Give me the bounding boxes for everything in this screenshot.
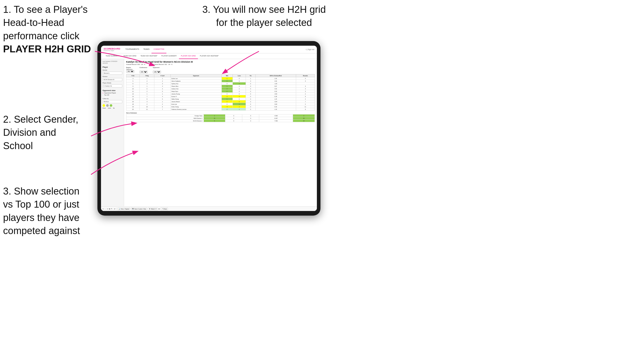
list-item: 2: [293, 114, 315, 117]
table-row: 20: [126, 108, 140, 111]
colour-legend-circles: [103, 104, 122, 107]
filter-region-select[interactable]: (All): [126, 70, 134, 73]
table-row: 0: [233, 88, 246, 90]
table-row: 19: [126, 105, 140, 108]
table-row: Alexis Sudjianto: [170, 80, 222, 82]
sub-nav-player-summary[interactable]: PLAYER SUMMARY: [159, 53, 179, 59]
table-row: Jessica Huang: [170, 93, 222, 95]
table-row: Eunice Yi: [170, 95, 222, 98]
toolbar-view-original[interactable]: 📊 View: Original: [124, 208, 130, 210]
table-row: 10: [126, 88, 140, 90]
filter-conference-label: Conference: [139, 67, 148, 68]
toolbar-watch[interactable]: 👁 Watch ▼: [148, 208, 158, 210]
table-row: 1: [222, 77, 233, 80]
th-diff: Diff Av Strokes/Rnd: [255, 74, 296, 77]
table-row: 0: [246, 108, 255, 111]
table-row: 1: [246, 77, 255, 80]
th-div: # Div: [126, 74, 140, 77]
instruction-1-bold: PLAYER H2H GRID: [3, 44, 91, 54]
toolbar-save-custom[interactable]: 💾 Save Custom View: [131, 208, 147, 210]
sub-navbar: TEAM SUMMARY TEAM H2H GRID TEAM H2H HEAT…: [101, 53, 317, 59]
sub-nav-team-summary[interactable]: TEAM SUMMARY: [104, 53, 121, 59]
table-row: 4: [296, 88, 315, 90]
table-row: 16: [126, 100, 140, 103]
table-row: 1: [154, 77, 170, 80]
list-item: 4.500: [259, 114, 293, 117]
list-item: 0: [225, 114, 242, 117]
table-row: 6: [126, 82, 140, 85]
table-row: 1: [222, 90, 233, 93]
table-row: 1: [140, 93, 154, 95]
table-row: 0: [233, 93, 246, 95]
table-row: 1: [140, 85, 154, 88]
instruction-2: 2. Select Gender, Division and School: [3, 113, 90, 152]
table-row: 0: [246, 80, 255, 82]
table-row: Sydney Kuo: [170, 82, 222, 85]
table-row: 2: [140, 90, 154, 93]
sidebar-colour-section: Colour by Win/loss Down Level Up: [103, 98, 122, 109]
table-row: Emily Chang: [170, 105, 222, 108]
sidebar-radio-opponents[interactable]: ● Opponents Played: [103, 92, 122, 94]
out-of-division-label: Out of division: [126, 112, 315, 114]
sub-nav-team-h2h-heatmap[interactable]: TEAM H2H HEATMAP: [138, 53, 159, 59]
table-row: 3: [296, 85, 315, 88]
table-row: 0: [233, 90, 246, 93]
table-row: 0: [233, 85, 246, 88]
toolbar-export[interactable]: ⊡: [158, 208, 160, 210]
table-row: 1: [233, 82, 246, 85]
app-nav-items: TOURNAMENTS TEAMS COMMITTEE: [123, 46, 166, 53]
table-row: 14: [126, 95, 140, 98]
table-row: 2: [222, 88, 233, 90]
sub-nav-player-h2h-heatmap[interactable]: PLAYER H2H HEATMAP: [198, 53, 221, 59]
table-row: -3.00: [255, 93, 296, 95]
nav-sign-out[interactable]: i | Sign out: [306, 49, 314, 50]
table-row: -1.00: [255, 82, 296, 85]
filter-conference-select[interactable]: (All): [139, 71, 148, 73]
filter-opponent-select[interactable]: (All): [153, 71, 161, 73]
h2h-table: # Div # Reg # Conf Opponent Win Loss Tie…: [126, 74, 315, 111]
table-row: 2: [154, 80, 170, 82]
table-row: 4: [296, 98, 315, 100]
nav-tournaments[interactable]: TOURNAMENTS: [123, 46, 141, 53]
list-item: NAIA Division 1: [126, 117, 204, 120]
list-item: NCAA Division 2: [126, 120, 204, 122]
table-row: 9: [126, 85, 140, 88]
sidebar-player-rank-label: Player (Rank): [103, 82, 122, 84]
table-row: 0: [246, 82, 255, 85]
sidebar-player-rank-dropdown[interactable]: 8. Katelyn Vo: [103, 84, 122, 88]
list-item: 0: [225, 120, 242, 122]
tablet-frame: SCOREBOARD Powered by clippd TOURNAMENTS…: [97, 41, 320, 216]
list-item: 0: [225, 117, 242, 120]
instruction-1-text: 1. To see a Player's Head-to-Head perfor…: [3, 4, 88, 41]
table-row: Heejo Hyun: [170, 90, 222, 93]
table-row: 5: [154, 90, 170, 93]
table-row: 1: [140, 77, 154, 80]
table-row: 1: [154, 93, 170, 95]
sub-nav-team-h2h-grid[interactable]: TEAM H2H GRID: [121, 53, 138, 59]
sub-nav-player-h2h-grid[interactable]: PLAYER H2H GRID: [179, 53, 198, 59]
table-row: 3.33: [255, 90, 296, 93]
table-row: 2: [222, 108, 233, 111]
sidebar-player-label: Player: [103, 66, 122, 68]
sidebar-gender-dropdown[interactable]: Women's: [103, 72, 122, 75]
table-row: 0: [246, 98, 255, 100]
table-row: 15: [126, 98, 140, 100]
list-item: 15: [204, 117, 225, 120]
toolbar-share[interactable]: ↗ Share: [160, 208, 168, 210]
nav-committee[interactable]: COMMITTEE: [152, 46, 166, 53]
data-area: Katelyn Vo Head-to-Head Grid for Women's…: [124, 59, 317, 211]
table-row: 0: [222, 93, 233, 95]
sidebar-division-dropdown[interactable]: NCAA Division III: [103, 78, 122, 81]
table-row: 1: [233, 108, 246, 111]
table-row: 2: [296, 93, 315, 95]
table-row: Stella Cheng: [170, 98, 222, 100]
table-row: 3: [296, 90, 315, 93]
table-row: 3: [140, 100, 154, 103]
nav-teams[interactable]: TEAMS: [141, 46, 152, 53]
list-item: Foreign Team: [126, 114, 204, 117]
sidebar-radio-top100[interactable]: ○ Top 100: [103, 94, 122, 96]
data-records: Overall Record: 353 - 34 - 6 Division Re…: [126, 64, 315, 65]
sidebar-colour-dropdown[interactable]: Win/loss: [103, 100, 122, 103]
filter-opponent-label: Opponent: [153, 67, 161, 68]
table-row: 0: [246, 100, 255, 103]
